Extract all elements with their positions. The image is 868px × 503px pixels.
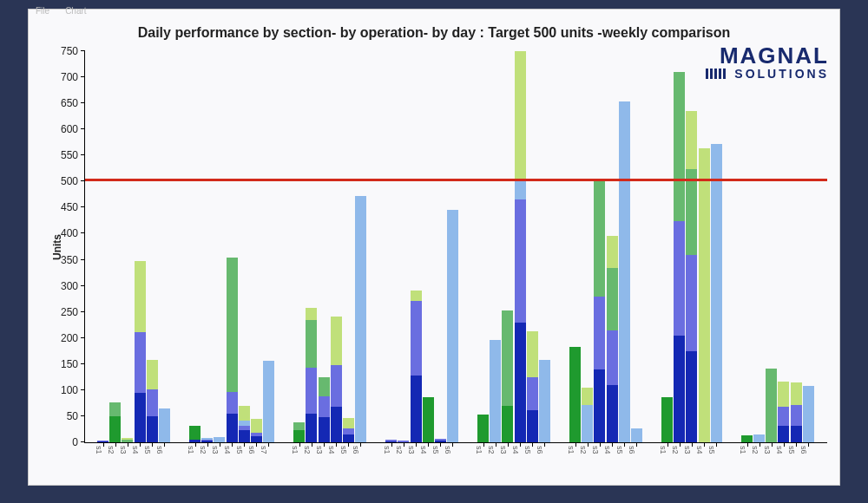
bar-segment-dark_blue (607, 385, 618, 442)
bar-segment-light_blue (159, 408, 170, 442)
x-tick-label: s2 (579, 446, 588, 454)
y-tick (81, 285, 85, 286)
y-tick (81, 441, 85, 442)
bar (569, 250, 581, 442)
bar-segment-dark_blue (227, 414, 238, 442)
bar (527, 233, 538, 442)
bar (661, 310, 673, 442)
x-tick-label: s5 (339, 446, 348, 454)
bar (214, 395, 225, 442)
bar-segment-light_green (306, 308, 317, 320)
bar-segment-light_green (699, 148, 710, 442)
bar-segment-med_green (293, 422, 305, 430)
bar-segment-dark_green (569, 347, 581, 442)
x-tick (360, 442, 361, 447)
bar (753, 387, 765, 442)
bar (263, 264, 274, 442)
bar (766, 273, 777, 442)
bar-segment-dark_green (502, 406, 513, 442)
bar (619, 77, 630, 442)
y-tick-label: 600 (61, 123, 78, 135)
chart-title: Daily performance by section- by operati… (29, 25, 839, 41)
bar-segment-med_blue (674, 221, 685, 336)
y-tick-label: 450 (61, 201, 78, 213)
bar-segment-dark_blue (331, 407, 342, 442)
bar-segment-med_green (766, 369, 777, 442)
y-tick (81, 259, 85, 260)
bar (159, 328, 170, 442)
x-tick-label: s4 (327, 446, 336, 454)
target-line (85, 179, 827, 181)
bar-segment-light_blue (582, 405, 593, 442)
y-tick-label: 350 (61, 254, 78, 266)
x-tick-label: s2 (671, 446, 680, 454)
bar (778, 289, 789, 442)
bar-segment-med_blue (686, 255, 697, 351)
x-tick (636, 442, 637, 447)
menu-file[interactable]: File (36, 6, 49, 16)
x-tick-label: s3 (315, 446, 324, 454)
x-tick (544, 442, 545, 447)
bar-segment-light_green (331, 317, 342, 365)
x-tick (496, 442, 496, 447)
y-tick-label: 200 (61, 332, 78, 344)
x-tick (784, 442, 785, 447)
bar-segment-light_green (135, 261, 146, 332)
bar-segment-med_green (109, 402, 121, 416)
bar (306, 212, 317, 442)
bar-segment-med_green (319, 377, 330, 396)
bar-segment-dark_blue (778, 426, 789, 442)
bar-segment-dark_blue (319, 417, 330, 442)
menu-chart[interactable]: Chart (65, 6, 86, 16)
bar (502, 215, 513, 442)
bar-segment-dark_green (477, 415, 489, 442)
bar-segment-light_blue (201, 438, 213, 440)
bar (423, 310, 434, 442)
x-tick (348, 442, 349, 447)
y-tick (81, 206, 85, 207)
y-tick-label: 500 (61, 175, 78, 187)
bar-segment-med_blue (343, 428, 354, 434)
bar (201, 401, 213, 442)
x-tick-label: s4 (603, 446, 612, 454)
bar-segment-light_blue (631, 428, 642, 442)
y-tick-label: 400 (61, 227, 78, 239)
bar-segment-dark_blue (239, 430, 250, 442)
bar-segment-med_blue (385, 440, 397, 441)
y-tick-label: 0 (72, 436, 78, 448)
bar-segment-light_blue (803, 386, 814, 442)
x-tick (428, 442, 429, 447)
x-tick (440, 442, 441, 447)
y-tick-label: 550 (61, 149, 78, 161)
bar-segment-dark_green (423, 397, 434, 442)
x-tick (256, 442, 257, 447)
plot-area: 0501001502002503003504004505005506006507… (84, 51, 827, 443)
x-tick-label: s2 (107, 446, 115, 454)
bar-segment-dark_green (661, 397, 673, 442)
y-tick (81, 154, 85, 155)
x-tick-label: s3 (763, 446, 772, 454)
x-tick (600, 442, 601, 447)
bar-segment-dark_blue (306, 414, 317, 443)
x-tick (704, 442, 705, 447)
y-tick-label: 100 (61, 384, 78, 396)
bar-segment-med_blue (435, 439, 446, 441)
bar (435, 403, 446, 442)
bar-segment-dark_blue (343, 434, 354, 442)
y-tick (81, 389, 85, 390)
bar-segment-med_blue (97, 441, 108, 441)
x-tick-label: s2 (199, 446, 207, 454)
y-tick-label: 650 (61, 97, 78, 109)
y-tick-label: 300 (61, 280, 78, 292)
bar-segment-light_blue (515, 179, 526, 199)
bar (686, 82, 697, 442)
x-tick-label: s5 (523, 446, 532, 454)
x-tick-label: s1 (739, 446, 747, 454)
bar-segment-med_blue (515, 199, 526, 322)
y-tick-label: 700 (61, 71, 78, 83)
bar-segment-light_green (791, 382, 802, 404)
x-tick-label: s6 (155, 446, 164, 454)
bar (189, 362, 201, 442)
bar (411, 199, 422, 442)
bar (385, 408, 397, 442)
